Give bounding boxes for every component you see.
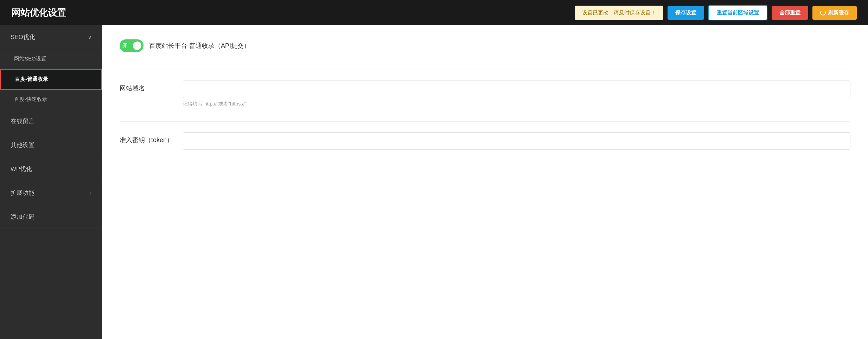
toggle-on-label: 开: [122, 43, 127, 49]
reset-area-button[interactable]: 重置当前区域设置: [708, 5, 767, 20]
main-content: 开 百度站长平台-普通收录（API提交） 网站域名 记得填写"http://"或…: [102, 25, 868, 339]
token-input[interactable]: [183, 132, 850, 150]
domain-input[interactable]: [183, 81, 850, 98]
sidebar-item-wp[interactable]: WP优化: [0, 157, 102, 181]
form-section: 网站域名 记得填写"http://"或者"https://" 准入密钥（toke…: [120, 81, 850, 150]
chevron-right-icon: ›: [90, 190, 91, 196]
layout: SEO优化 ∨ 网站SEO设置 百度-普通收录 百度-快速收录 在线留言 其他设…: [0, 25, 868, 339]
sidebar-item-baidu-normal[interactable]: 百度-普通收录: [0, 69, 102, 90]
toggle-row: 开 百度站长平台-普通收录（API提交）: [120, 39, 850, 52]
page-title: 网站优化设置: [11, 7, 66, 19]
domain-field-wrap: 记得填写"http://"或者"https://": [183, 81, 850, 107]
toggle-description: 百度站长平台-普通收录（API提交）: [149, 41, 250, 50]
sidebar: SEO优化 ∨ 网站SEO设置 百度-普通收录 百度-快速收录 在线留言 其他设…: [0, 25, 102, 339]
divider: [120, 70, 850, 70]
sidebar-item-seo-label: SEO优化: [11, 33, 35, 41]
notice-box: 设置已更改，请及时保存设置！: [575, 6, 663, 20]
header: 网站优化设置 设置已更改，请及时保存设置！ 保存设置 重置当前区域设置 全部重置…: [0, 0, 868, 25]
token-label: 准入密钥（token）: [120, 132, 183, 144]
token-field-wrap: [183, 132, 850, 150]
reset-all-button[interactable]: 全部重置: [772, 6, 808, 20]
domain-label: 网站域名: [120, 81, 183, 92]
sidebar-item-website-seo[interactable]: 网站SEO设置: [0, 49, 102, 69]
sidebar-item-other[interactable]: 其他设置: [0, 133, 102, 157]
domain-row: 网站域名 记得填写"http://"或者"https://": [120, 81, 850, 107]
sidebar-item-guestbook[interactable]: 在线留言: [0, 109, 102, 133]
header-actions: 设置已更改，请及时保存设置！ 保存设置 重置当前区域设置 全部重置 刷新缓存: [575, 5, 857, 20]
domain-hint: 记得填写"http://"或者"https://": [183, 101, 850, 107]
toggle-circle: [133, 41, 141, 50]
toggle-button[interactable]: 开: [120, 39, 143, 52]
refresh-button[interactable]: 刷新缓存: [812, 6, 857, 20]
sidebar-item-extensions[interactable]: 扩展功能 ›: [0, 181, 102, 205]
sidebar-item-baidu-fast[interactable]: 百度-快速收录: [0, 90, 102, 109]
save-button[interactable]: 保存设置: [668, 6, 704, 20]
sidebar-item-add-code[interactable]: 添加代码: [0, 205, 102, 229]
refresh-icon: [820, 10, 826, 15]
sidebar-item-seo[interactable]: SEO优化 ∨: [0, 25, 102, 49]
divider-2: [120, 121, 850, 122]
token-row: 准入密钥（token）: [120, 132, 850, 150]
chevron-down-icon: ∨: [88, 34, 91, 40]
